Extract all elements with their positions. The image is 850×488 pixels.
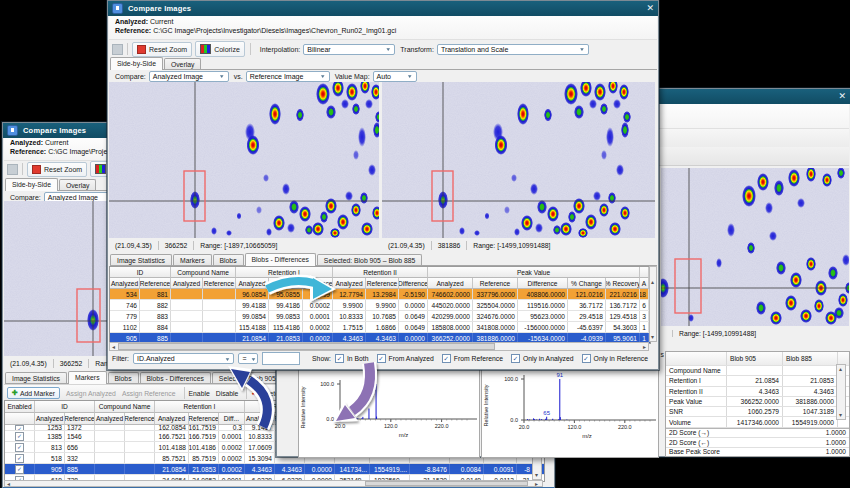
blob-table-row[interactable]: Retention I21.085421.0853 [666,376,849,386]
reset-zoom-icon [137,45,146,54]
filter-checkbox-in-both[interactable]: ✓In Both [335,354,369,363]
blob-table-scrollbar[interactable]: ▴▾ [836,364,846,420]
delete-icon: ✖ [251,389,257,397]
filter-checkbox-only-in-analyzed[interactable]: ✓Only in Analyzed [511,354,574,363]
value-map-combo[interactable]: Auto▼ [373,71,417,82]
v-scrollbar[interactable]: ▴▾ [649,266,657,342]
column-header[interactable]: Analyzed [236,278,269,289]
column-group-peak-value[interactable]: Peak Value [428,267,640,278]
window-title: Compare Images [23,126,86,135]
blob-table-row[interactable]: SNR1060.25791047.3189 [666,407,849,417]
column-group-enabled[interactable]: Enabled [5,401,35,413]
column-header[interactable]: Reference [125,413,155,425]
filter-checkbox-from-analyzed[interactable]: ✓From Analyzed [377,354,434,363]
column-header[interactable] [5,413,35,425]
svg-text:100.0: 100.0 [504,376,518,382]
chromatogram-image-right-window[interactable] [661,168,849,326]
save-icon[interactable] [112,44,123,55]
blobs-differences-table-body: 53488196.085495.08550.999912.779413.2984… [110,289,650,344]
column-header[interactable]: Reference [366,278,399,289]
column-header[interactable]: Reference [140,278,171,289]
table-row[interactable]: 53488196.085495.08550.999912.779413.2984… [110,289,650,300]
score-row: 2D Score (→)1.0000 [666,429,849,438]
h-scrollbar[interactable]: ◂▸ [4,480,543,487]
detail-tabs: Image Statistics Markers Blobs Blobs - D… [110,252,657,266]
column-header[interactable]: % Recovery [606,278,640,289]
svg-text:91: 91 [556,372,563,378]
svg-text:65: 65 [543,410,550,416]
compare-analyzed-combo[interactable]: Analyzed Image▼ [149,71,229,82]
column-header[interactable]: Difference [303,278,333,289]
compare-reference-combo[interactable]: Reference Image▼ [246,71,330,82]
column-group-retention-i[interactable]: Retention I [155,401,245,413]
reset-zoom-icon [32,165,41,174]
table-row[interactable]: 77988399.085499.08530.000110.833310.7685… [110,311,650,322]
column-header[interactable]: Reference [189,413,219,425]
column-group-id[interactable]: ID [35,401,95,413]
column-header[interactable]: Diff... [219,413,245,425]
blob-table-row[interactable]: Peak Value366252.0000381886.0000 [666,397,849,407]
titlebar[interactable]: Compare Images ✕ [108,1,658,16]
plus-icon: ✚ [12,389,18,397]
filter-checkbox-only-in-reference[interactable]: ✓Only in Reference [582,354,648,363]
blob-table-row[interactable]: Compound Name [666,366,849,376]
column-group-id[interactable]: ID [110,267,171,278]
column-header[interactable]: Analyzed [171,278,203,289]
column-group-compound-name[interactable]: Compound Name [95,401,155,413]
assign-reference-button[interactable]: Assign Reference [122,390,176,397]
reference-image[interactable] [382,82,655,238]
column-header[interactable]: Reference [269,278,303,289]
close-icon[interactable]: ✕ [646,4,654,13]
tab-blobs-differences[interactable]: Blobs - Differences [245,253,316,266]
column-header[interactable]: Analyzed [35,413,65,425]
column-header[interactable]: Difference [399,278,428,289]
column-header[interactable]: Analyzed [110,278,140,289]
svg-text:Relative Intensity: Relative Intensity [300,386,306,428]
table-row[interactable]: 1102884115.4188115.41860.00021.75151.686… [110,322,650,333]
analyzed-image[interactable] [109,82,379,238]
column-group-retention-i[interactable]: Retention I [236,267,333,278]
close-icon[interactable]: ✕ [838,92,846,101]
column-group-retention-ii[interactable]: Retention II [333,267,428,278]
column-header[interactable]: Analyzed [95,413,125,425]
table-row[interactable]: 74688299.418899.41860.00029.99009.99000.… [110,300,650,311]
blob-table-row[interactable]: Volume1417346.00001554919.0000 [666,417,849,427]
column-group-compound-name[interactable]: Compound Name [171,267,236,278]
blob-statistics-table: Blob 905 Blob 885 Compound NameRetention… [665,351,850,457]
reset-zoom-button[interactable]: Reset Zoom [27,162,87,177]
column-header[interactable]: Reference [203,278,236,289]
column-header[interactable]: Analyzed [333,278,366,289]
save-icon[interactable] [7,164,18,175]
tab-markers[interactable]: Markers [68,371,107,384]
column-header[interactable]: Analyzed [155,413,189,425]
enable-button[interactable]: Enable [189,390,210,397]
status-bar-reference: (21.09,4.35) 381886 Range: [-1499,109914… [382,238,655,252]
filter-op-combo[interactable]: =▼ [238,353,258,364]
tab-side-by-side[interactable]: Side-by-Side [5,178,58,191]
column-header[interactable]: A [640,278,649,289]
add-marker-button[interactable]: ✚Add Marker [7,387,60,399]
interpolation-combo[interactable]: Bilinear▼ [303,44,395,55]
column-header[interactable]: Reference [473,278,518,289]
app-icon [112,3,123,14]
col-blob-885: Blob 885 [783,352,838,365]
assign-analyzed-button[interactable]: Assign Analyzed [66,390,116,397]
svg-text:20.0: 20.0 [335,423,346,429]
column-header[interactable]: Analyzed [428,278,473,289]
tab-side-by-side[interactable]: Side-by-Side [110,57,163,70]
filter-checkbox-from-reference[interactable]: ✓From Reference [442,354,503,363]
column-header[interactable]: Difference [518,278,568,289]
blob-table-row[interactable]: Retention II4.34634.3463 [666,387,849,397]
column-group-rest[interactable] [640,267,649,278]
column-header[interactable]: % Change [568,278,606,289]
reset-zoom-button[interactable]: Reset Zoom [132,42,192,57]
transform-combo[interactable]: Translation and Scale▼ [437,44,589,55]
table-row[interactable]: ✓90588521.085421.08530.00024.34634.34630… [5,464,544,475]
filter-field-combo[interactable]: ID.Analyzed▼ [133,353,234,364]
disable-button[interactable]: Disable [216,390,239,397]
h-scrollbar[interactable]: ◂▸ [109,342,649,351]
colorize-button[interactable]: Colorize [195,41,245,57]
filter-value-input[interactable] [262,352,300,365]
column-header[interactable]: Reference [65,413,95,425]
column-header[interactable]: Analyzed [245,413,275,425]
